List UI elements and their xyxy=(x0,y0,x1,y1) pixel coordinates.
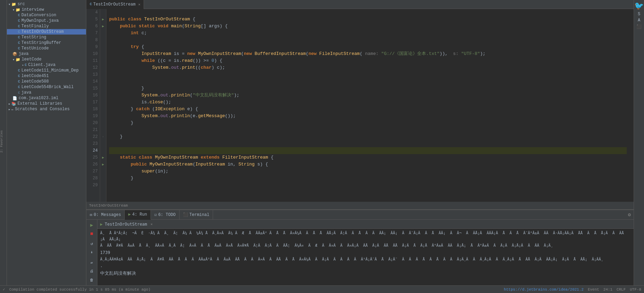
right-btn-1[interactable]: S xyxy=(638,12,640,17)
tab-run[interactable]: ▶ 4: Run xyxy=(125,210,151,220)
chevron-right-icon: ▸ xyxy=(8,107,11,112)
ln-7: 7 xyxy=(88,30,98,37)
tree-item-java-pkg[interactable]: 📦 java xyxy=(7,51,86,57)
print-button[interactable]: 🖨 xyxy=(88,267,96,275)
tree-item-scratches[interactable]: ▸ ✏️ Scratches and Consoles xyxy=(7,106,86,112)
tree-label-dataconversion: DataConversion xyxy=(21,13,56,18)
tree-item-leetcode451[interactable]: C leetCode451 xyxy=(7,73,86,79)
tree-label-leetcode: leetCode xyxy=(22,57,42,62)
gutter-5[interactable]: ▶ xyxy=(100,16,106,23)
tree-item-java2[interactable]: c java xyxy=(7,90,86,95)
code-content[interactable]: public class TestInOrOutStream { public … xyxy=(106,9,629,202)
tab-icon: C xyxy=(90,2,92,6)
tab-label: TestInOrOutStream xyxy=(93,2,135,7)
tree-item-testunicode[interactable]: C TestUnicode xyxy=(7,46,86,51)
right-scroll-gutter xyxy=(629,9,634,202)
scratch-icon: ✏️ xyxy=(11,107,14,112)
java-icon: C xyxy=(18,19,20,23)
tab-messages[interactable]: ✉ 0: Messages xyxy=(86,210,125,220)
status-cursor: 24:1 xyxy=(603,287,612,292)
chevron-down-icon: ▾ xyxy=(8,2,11,7)
gutter-26[interactable]: ▶ xyxy=(100,161,106,168)
tree-item-teststring[interactable]: C TestString xyxy=(7,35,86,40)
java-icon: C xyxy=(18,13,20,17)
code-editor[interactable]: 4 5 6 7 8 9 10 11 12 13 14 15 16 17 xyxy=(86,9,634,202)
ln-14: 14 xyxy=(88,78,98,85)
tab-terminal-label: Terminal xyxy=(190,212,210,217)
tree-item-leetcode[interactable]: ▾ 📁 leetCode xyxy=(7,57,86,62)
run-toolbar: ▶ ◼ ↺ ↡ ⇌ 🖨 🗑 xyxy=(86,220,97,285)
code-line-8 xyxy=(109,37,627,44)
tree-item-testfinally[interactable]: C TestFinally xyxy=(7,23,86,29)
ln-27: 27 xyxy=(88,168,98,175)
tree-item-leetcode111[interactable]: C LeetCode111_Minimum_Dep xyxy=(7,68,86,73)
gutter-25[interactable]: ▶ xyxy=(100,154,106,161)
output-line-3: Ä¸Â¡ÂÄ¥Â¢Ä ÂÄ Â¡Å¡ Ä Â¥Å ÂÄ Å Â Ä ÂÂ±Â²Â… xyxy=(100,256,631,263)
gutter-24 xyxy=(100,147,106,154)
output-line-2: Ä ÄÅ Â¥Ä Â±Â Å Ä¸ ÄÂ¤Â Ä¸Â Â¦ Â¤Â Ä Å Â±… xyxy=(100,243,631,249)
java-icon: C xyxy=(18,30,20,34)
code-line-11: while ((c = is.read()) >= 0) { xyxy=(109,57,627,64)
run-button[interactable]: ▶ xyxy=(88,221,96,229)
ln-16: 16 xyxy=(88,92,98,99)
run-arrow-25[interactable]: ▶ xyxy=(102,155,104,160)
favorites-strip: 2: Favorites xyxy=(0,0,7,285)
file-name-label: TestInOrOutStream xyxy=(89,204,128,208)
tree-item-dataconversion[interactable]: C DataConversion xyxy=(7,12,86,18)
tree-item-external-libraries[interactable]: ▸ 📚 External Libraries xyxy=(7,101,86,106)
settings-icon[interactable]: ⚙ xyxy=(628,212,631,218)
tree-item-client[interactable]: ▸ C Client.java xyxy=(7,62,86,68)
tree-item-leetcode554[interactable]: C LeetCode554Brick_Wall xyxy=(7,84,86,90)
gutter-22[interactable]: ◦ xyxy=(100,133,106,140)
gutter-10 xyxy=(100,50,106,57)
tree-item-leetcode508[interactable]: C leetCode508 xyxy=(7,79,86,84)
ln-25: 25 xyxy=(88,154,98,161)
gutter-23 xyxy=(100,140,106,147)
tree-label-external-libraries: External Libraries xyxy=(18,101,63,106)
stop-button[interactable]: ◼ xyxy=(88,229,96,237)
editor-tab-testinoroutstream[interactable]: C TestInOrOutStream ✕ xyxy=(86,0,144,9)
run-panel: ▶ ◼ ↺ ↡ ⇌ 🖨 🗑 xyxy=(86,220,634,285)
tree-item-myowninput[interactable]: C MyOwnInput.java xyxy=(7,18,86,23)
run-tab-close[interactable]: ✕ xyxy=(151,222,153,226)
tab-terminal[interactable]: ⬛ Terminal xyxy=(180,210,213,220)
main-container: 2: Favorites ▾ 📁 src ▾ 📁 interview C Dat… xyxy=(0,0,644,285)
code-line-15: } xyxy=(109,85,627,92)
tree-label-testinoroutstream: TestInOrOutStream xyxy=(21,29,64,34)
terminal-icon: ⬛ xyxy=(183,212,188,217)
run-arrow-26[interactable]: ▶ xyxy=(102,162,104,167)
ln-13: 13 xyxy=(88,71,98,78)
tree-item-iml[interactable]: 📄 com.java1023.iml xyxy=(7,95,86,101)
editor-and-right: C TestInOrOutStream ✕ 4 5 6 7 8 9 xyxy=(86,0,644,285)
rerun-button[interactable]: ↺ xyxy=(88,240,96,247)
tab-todo[interactable]: ☑ 6: TODO xyxy=(151,210,180,220)
right-btn-3[interactable]: ⬛ xyxy=(636,24,642,29)
tree-item-src[interactable]: ▾ 📁 src xyxy=(7,1,86,7)
code-line-10: InputStream is = new MyOwnInputStream(ne… xyxy=(109,50,627,57)
fold-22[interactable]: ◦ xyxy=(102,135,104,139)
tab-close-icon[interactable]: ✕ xyxy=(138,2,140,7)
clear-output-button[interactable]: 🗑 xyxy=(88,276,96,284)
wrap-button[interactable]: ⇌ xyxy=(88,259,96,266)
folder-icon: 📁 xyxy=(11,2,16,7)
ln-9: 9 xyxy=(88,44,98,50)
tree-item-teststringbuffer[interactable]: C TestStringBuffer xyxy=(7,40,86,46)
run-tab-header: ▶ TestInOrOutStream ✕ xyxy=(97,220,634,229)
code-line-12: System.out.print((char) c); xyxy=(109,64,627,71)
java-icon: C xyxy=(18,41,20,45)
tree-item-interview[interactable]: ▾ 📁 interview xyxy=(7,7,86,12)
run-arrow-6[interactable]: ▶ xyxy=(102,24,104,28)
code-line-5: public class TestInOrOutStream { xyxy=(109,16,627,23)
code-line-9: try { xyxy=(109,44,627,50)
gutter-9 xyxy=(100,44,106,50)
tree-item-testinoroutstream[interactable]: C TestInOrOutStream xyxy=(7,29,86,35)
code-line-23 xyxy=(109,140,627,147)
todo-icon: ☑ xyxy=(154,212,157,217)
scroll-end-button[interactable]: ↡ xyxy=(88,248,96,256)
run-arrow-5[interactable]: ▶ xyxy=(102,17,104,21)
tree-label-testfinally: TestFinally xyxy=(21,24,49,29)
tree-label-leetcode451: leetCode451 xyxy=(21,74,49,78)
gutter-6[interactable]: ▶ xyxy=(100,23,106,30)
right-btn-2[interactable]: A xyxy=(638,18,640,23)
gutter-21 xyxy=(100,126,106,133)
